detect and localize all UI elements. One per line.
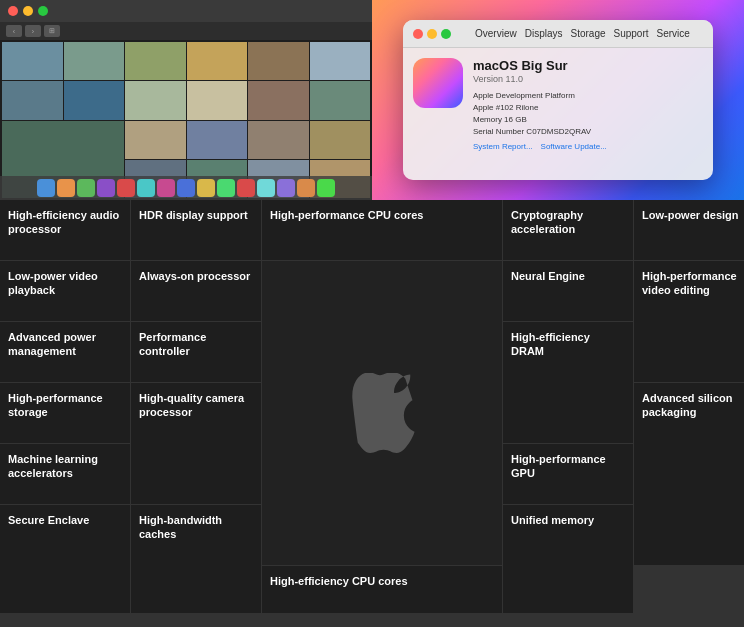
serial-value: Serial Number C07DMSD2QRAV	[473, 126, 703, 138]
photo-cell	[310, 81, 371, 119]
dock-icon[interactable]	[217, 179, 235, 197]
back-btn[interactable]: ‹	[6, 25, 22, 37]
macos-title: macOS Big Sur	[473, 58, 703, 73]
macos-version: Version 11.0	[473, 74, 703, 84]
close-button[interactable]	[8, 6, 18, 16]
chip-label-audio: High-efficiency audio processor	[8, 208, 122, 237]
photo-cell	[125, 42, 186, 80]
chip-label-neural: Neural Engine	[511, 269, 585, 283]
top-section: ‹ › ⊞	[0, 0, 744, 200]
chip-cell-ml: Machine learning accelerators	[0, 444, 130, 504]
dock-icon[interactable]	[237, 179, 255, 197]
photo-cell	[2, 81, 63, 119]
chip-label-gpu: High-performance GPU	[511, 452, 625, 481]
photo-cell	[64, 42, 125, 80]
about-content: macOS Big Sur Version 11.0 Apple Develop…	[403, 48, 713, 161]
chip-diagram: High-efficiency audio processor HDR disp…	[0, 200, 744, 627]
nav-service[interactable]: Service	[657, 28, 690, 39]
about-nav: Overview Displays Storage Support Servic…	[475, 28, 690, 39]
chip-label-camera: High-quality camera processor	[139, 391, 253, 420]
chip-label-video-editing: High-performance video editing	[642, 269, 740, 298]
photo-cell	[248, 42, 309, 80]
photo-cell	[248, 81, 309, 119]
minimize-button[interactable]	[23, 6, 33, 16]
chip-center-logo	[262, 261, 502, 565]
photo-cell	[2, 42, 63, 80]
forward-btn[interactable]: ›	[25, 25, 41, 37]
processor-value: Apple #102 Rilone	[473, 102, 703, 114]
chip-label-crypto: Cryptography acceleration	[511, 208, 625, 237]
nav-storage[interactable]: Storage	[570, 28, 605, 39]
chip-cell-perf-ctrl: Performance controller	[131, 322, 261, 382]
chip-cell-video-editing: High-performance video editing	[634, 261, 744, 382]
chip-label-perf-ctrl: Performance controller	[139, 330, 253, 359]
close-button[interactable]	[413, 29, 423, 39]
dock	[0, 176, 372, 200]
chip-label-storage: High-performance storage	[8, 391, 122, 420]
chip-label-hdr: HDR display support	[139, 208, 248, 222]
photo-cell	[125, 81, 186, 119]
software-update-button[interactable]: Software Update...	[541, 142, 607, 151]
macos-icon	[413, 58, 463, 108]
photo-cell	[187, 81, 248, 119]
chip-cell-low-power: Low-power design	[634, 200, 744, 260]
chip-label-video-playback: Low-power video playback	[8, 269, 122, 298]
dock-icon[interactable]	[77, 179, 95, 197]
chip-cell-always-on: Always-on processor	[131, 261, 261, 321]
dock-icon[interactable]	[97, 179, 115, 197]
chip-label-dram: High-efficiency DRAM	[511, 330, 625, 359]
apple-logo-icon	[342, 373, 422, 453]
chip-label-unified-mem: Unified memory	[511, 513, 594, 527]
chip-label-power-mgmt: Advanced power management	[8, 330, 122, 359]
chip-cell-cpu: High-performance CPU cores	[262, 200, 502, 260]
maximize-button[interactable]	[441, 29, 451, 39]
dock-icon[interactable]	[137, 179, 155, 197]
chip-label-silicon: Advanced silicon packaging	[642, 391, 740, 420]
memory-value: Memory 16 GB	[473, 114, 703, 126]
about-mac-screenshot: Overview Displays Storage Support Servic…	[372, 0, 744, 200]
system-report-button[interactable]: System Report...	[473, 142, 533, 151]
chip-cell-gpu: High-performance GPU	[503, 444, 633, 504]
dock-icon[interactable]	[157, 179, 175, 197]
photos-toolbar: ‹ › ⊞	[0, 22, 372, 40]
minimize-button[interactable]	[427, 29, 437, 39]
chip-cell-crypto: Cryptography acceleration	[503, 200, 633, 260]
chip-label-eff-cpu: High-efficiency CPU cores	[270, 574, 408, 588]
chip-cell-storage: High-performance storage	[0, 383, 130, 443]
dock-icon[interactable]	[57, 179, 75, 197]
chip-cell-video-playback: Low-power video playback	[0, 261, 130, 321]
dock-icon[interactable]	[277, 179, 295, 197]
dock-icon[interactable]	[317, 179, 335, 197]
nav-overview[interactable]: Overview	[475, 28, 517, 39]
photo-cell	[310, 121, 371, 159]
nav-displays[interactable]: Displays	[525, 28, 563, 39]
maximize-button[interactable]	[38, 6, 48, 16]
photo-cell	[125, 121, 186, 159]
dock-icon[interactable]	[297, 179, 315, 197]
dock-icon[interactable]	[37, 179, 55, 197]
view-btn[interactable]: ⊞	[44, 25, 60, 37]
about-titlebar: Overview Displays Storage Support Servic…	[403, 20, 713, 48]
photos-screenshot: ‹ › ⊞	[0, 0, 372, 200]
nav-support[interactable]: Support	[614, 28, 649, 39]
chip-label-cpu: High-performance CPU cores	[270, 208, 423, 222]
chip-cell-dram: High-efficiency DRAM	[503, 322, 633, 443]
dock-icon[interactable]	[117, 179, 135, 197]
photo-cell	[187, 121, 248, 159]
photo-cell	[64, 81, 125, 119]
chip-cell-silicon: Advanced silicon packaging	[634, 383, 744, 565]
chip-cell-hdr: HDR display support	[131, 200, 261, 260]
chip-label-low-power: Low-power design	[642, 208, 739, 222]
dock-icon[interactable]	[257, 179, 275, 197]
photo-cell	[248, 121, 309, 159]
chip-label-ml: Machine learning accelerators	[8, 452, 122, 481]
chip-grid: High-efficiency audio processor HDR disp…	[0, 200, 744, 627]
chip-label-always-on: Always-on processor	[139, 269, 250, 283]
chip-cell-unified-mem: Unified memory	[503, 505, 633, 613]
about-info: macOS Big Sur Version 11.0 Apple Develop…	[473, 58, 703, 151]
dock-icon[interactable]	[177, 179, 195, 197]
about-buttons: System Report... Software Update...	[473, 142, 703, 151]
chip-cell-secure-enclave: Secure Enclave	[0, 505, 130, 613]
dock-icon[interactable]	[197, 179, 215, 197]
chip-cell-bandwidth: High-bandwidth caches	[131, 505, 261, 613]
